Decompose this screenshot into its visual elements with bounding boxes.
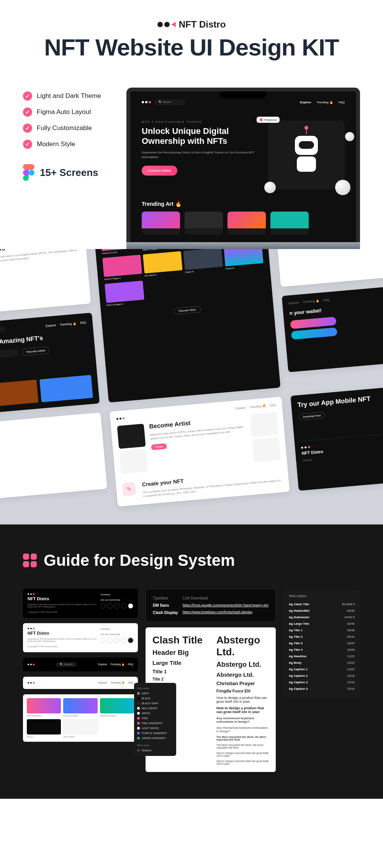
feature-item: ✓Fully Customizable [23,124,115,133]
laptop-hero-desc: Experience the Revolutionary World of No… [142,150,260,160]
color-swatches-panel: PINK GRADIENT BLUE GRADIENT GREEN GRADIE… [23,694,138,742]
hero-title: NFT Website UI Design KIT [23,34,360,61]
guide-title: Guide for Design System [44,551,235,570]
hero-supertext: WEB 3 NON-FUNGIBLE TOKENS [142,121,260,123]
feature-item: ✓Light and Dark Theme [23,91,115,101]
figma-row: 15+ Screens [23,164,115,181]
discover-more-button[interactable]: Discover More [173,306,201,314]
feature-item: ✓Figma Auto Layout [23,107,115,117]
laptop-hero-title: Unlock Unique Digital Ownership with NFT… [142,126,260,147]
logo-dots-icon [142,101,151,103]
brush-icon: ✎ [122,482,136,496]
about-desc: We are a cutting-edge company focused on… [0,249,80,269]
laptop-base [126,242,360,249]
laptop-mockup: 🔍 Search Explore Trending 🔥 FAQ WEB 3 NO… [126,88,360,249]
nav-preview-light: ExploreTrending 🔥FAQ [23,677,138,689]
mockup-artist: ExploreTrending 🔥FAQ Become Artist Welco… [110,397,290,506]
creator-badge[interactable]: Perperzon [257,117,280,123]
check-icon: ✓ [23,124,32,133]
nft-card[interactable]: Future of Polygon 5 [102,255,142,282]
wallet-option-button[interactable] [291,327,337,340]
brand-dots-icon [157,22,176,27]
create-button[interactable]: Create [151,443,167,450]
trending-card[interactable] [185,212,223,235]
feature-text: Modern Style [37,140,75,148]
text-styles-panel: Text styles Ag Clash Title68.8/84.5 Ag H… [283,589,360,697]
nft-card[interactable]: Future of Polygon 5 [105,280,145,307]
feature-text: Figma Auto Layout [37,108,91,116]
feature-text: Light and Dark Theme [37,92,101,100]
trending-card[interactable] [270,212,309,235]
trending-card[interactable] [142,212,180,235]
recently-added-button[interactable]: Recently Added [22,346,49,356]
mockup-app: Try our App Mobile NFT Download Now NFT … [291,381,383,491]
font-link[interactable]: https://fonts.google.com/specimen/DM+San… [183,603,268,607]
nft-card[interactable]: Cuboid #1 ♦ 6.421 [100,249,140,256]
trending-heading: Trending Art 🔥 [142,201,345,207]
color-styles-dropdown[interactable]: Color styles GREY BLACK BLACK GRAY MILK … [134,683,176,756]
footer-preview-light: NFT Distro Experience the Revolutionary … [23,623,138,652]
nav-faq[interactable]: FAQ [339,101,345,104]
wallet-option-button[interactable] [290,317,337,329]
nav-trending[interactable]: Trending 🔥 [316,101,333,104]
mockup-about: NFT MARKETPLACE About our Company NFT Di… [0,249,91,319]
search-input[interactable]: 🔍 Search [155,99,185,105]
brand-logo: NFT Distro [23,19,360,30]
company-title: Company [0,419,95,440]
mockup-nft-grid: Cuboid #1 ♦ 6.421 Future of Polygon 5 Bl… [93,249,281,402]
font-link[interactable]: https://www.fontshare.com/fonts/clash-di… [183,610,268,614]
check-icon: ✓ [23,140,32,149]
nav-explore[interactable]: Explore [300,101,311,104]
check-icon: ✓ [23,107,32,117]
download-button[interactable]: Download Now [298,412,325,420]
mockup-wallet: ExploreTrending 🔥FAQ n your wallet! [282,281,383,373]
typeface-card: Typeface DM Sans Clash Display Link Down… [146,589,276,622]
laptop-notch [220,91,266,98]
brand-name: NFT Distro [179,19,226,30]
mockup-discover: 🔍 SearchExploreTrending 🔥FAQ Discover Am… [0,313,100,418]
nft-card[interactable]: Cuboid #2 [224,249,264,271]
nft-card[interactable]: Cuboid #2 [183,249,223,275]
connect-wallet-button[interactable]: Connect Wallet [142,166,177,176]
search-bar[interactable]: 🔍 Search [0,349,19,361]
mockup-company: Company [0,412,107,504]
mockup-auction: ExploreTrending 🔥 Michael 1h 12m 14s [274,249,383,287]
feature-text: Fully Customizable [37,124,92,132]
check-icon: ✓ [23,91,32,101]
nav-preview-dark: 🔍 SearchExploreTrending 🔥FAQ [23,658,138,671]
feature-item: ✓Modern Style [23,140,115,149]
guide-squares-icon [23,554,37,567]
figma-icon [23,164,34,181]
screens-count: 15+ Screens [40,167,98,179]
search-input[interactable]: 🔍 Search [0,326,6,335]
trending-card[interactable] [228,212,266,235]
nft-card[interactable]: Blue Wave #2 [143,251,183,278]
robot-illustration [291,136,322,174]
footer-preview-dark: NFT Distro Experience the Revolutionary … [23,589,138,618]
nft-preview-card: Perperzon [268,121,345,189]
